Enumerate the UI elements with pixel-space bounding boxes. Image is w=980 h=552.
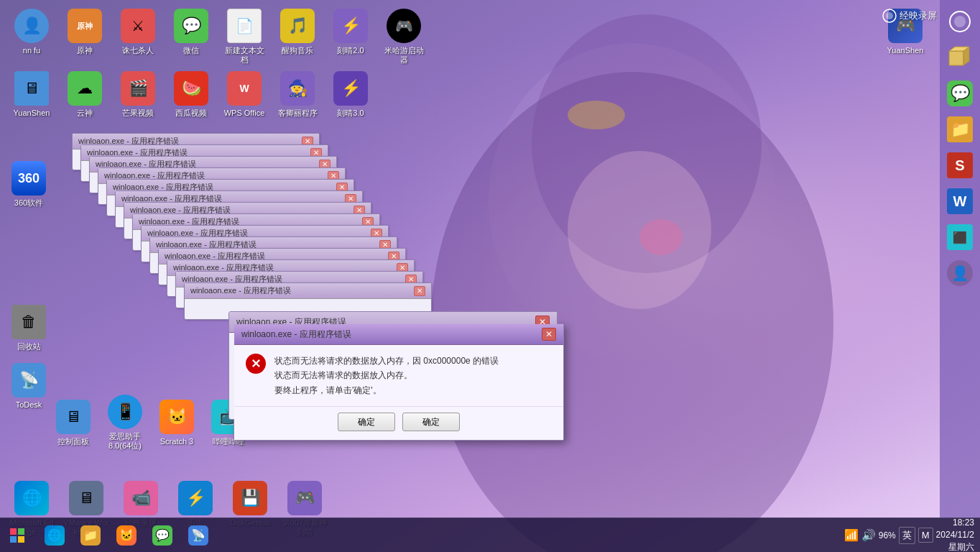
desktop-icon-360[interactable]: 360 360软件 [6, 158, 52, 211]
main-dialog-title: winloaon.exe - 应用程序错误 [241, 328, 351, 341]
desktop-icon-yunshen[interactable]: ☁ 云神 [59, 68, 111, 121]
screen-recorder-label: 经映录屏 [882, 9, 937, 23]
main-ok-button2[interactable]: 确定 [402, 413, 460, 431]
taskbar: 🌐 📁 🐱 💬 📡 📶 🔊 96% 英 [0, 518, 980, 552]
icon-label-keqing3: 刻晴3.0 [337, 109, 364, 118]
svg-rect-16 [18, 528, 24, 535]
icon-label-aisi: 爱思助手 8.0(64位) [105, 432, 145, 451]
right-sidebar: 💬 📁 S W ⬛ 👤 [940, 0, 980, 518]
main-ok-button[interactable]: 确定 [338, 413, 395, 431]
desktop-icon-recycle[interactable]: 🗑 回收站 [6, 302, 52, 354]
icon-label-xigua: 西瓜视频 [175, 109, 207, 118]
icon-label-yuanshen-tr: YuanShen [887, 46, 924, 55]
desktop-icon-mango[interactable]: 🎬 芒果视频 [112, 68, 164, 121]
main-error-line4: 要终止程序，请单击'确定'。 [274, 383, 499, 397]
taskbar-time[interactable]: 18:23 2024/11/2 星期六 [936, 517, 974, 552]
stacked-title-1: winloaon.exe - 应用程序错误 [190, 285, 291, 296]
icon-label-remote: YuanShen [14, 109, 50, 118]
desktop-icon-textdoc[interactable]: 📄 新建文本文档 [218, 6, 270, 68]
date-display: 2024/11/2 [936, 529, 974, 541]
desktop-icon-control[interactable]: 🖥 控制面板 [50, 397, 96, 449]
desktop-icon-scratch[interactable]: 🐱 Scratch 3 [154, 397, 200, 449]
icon-label-keqing2: 刻晴2.0 [337, 46, 364, 55]
icon-label-weixin: 微信 [183, 46, 199, 55]
taskbar-todesk[interactable]: 📡 [181, 521, 216, 550]
folder-sidebar-icon[interactable]: 📁 [944, 114, 976, 145]
desktop-icon-wps[interactable]: W WPS Office [218, 68, 270, 121]
icon-label-textdoc: 新建文本文档 [221, 46, 267, 65]
screen-rec-icon[interactable] [944, 6, 976, 37]
main-error-line2b: 状态而无法将请求的数据放入内存，因 0xc000000e 的错误 [274, 354, 499, 368]
desktop-icon-mihayou[interactable]: 🎮 米哈游启动器 [378, 6, 430, 68]
desktop-icon-todesk[interactable]: 📡 ToDesk [6, 360, 52, 413]
svg-point-9 [954, 16, 966, 27]
desktop-icon-aisi[interactable]: 📱 爱思助手 8.0(64位) [102, 392, 148, 454]
svg-rect-17 [10, 536, 17, 543]
weekday-display: 星期六 [936, 541, 974, 552]
icon-label-control: 控制面板 [57, 437, 89, 446]
taskbar-explorer[interactable]: 📁 [73, 521, 108, 550]
icon-label-wps: WPS Office [224, 109, 265, 118]
taskbar-apps: 🌐 📁 🐱 💬 📡 [34, 521, 838, 550]
taskbar-wechat[interactable]: 💬 [145, 521, 180, 550]
main-error-dialog[interactable]: winloaon.exe - 应用程序错误 ✕ ✕ 0x00C21FE5 指定引… [234, 323, 564, 441]
wechat-sidebar-icon[interactable]: 💬 [944, 78, 976, 109]
screen-recorder-text: 经映录屏 [900, 9, 937, 22]
svg-point-14 [886, 12, 893, 19]
icon-label-mihayou: 米哈游启动器 [381, 46, 427, 65]
icon-label-yunshen: 云神 [77, 109, 93, 118]
icon-label-scratch: Scratch 3 [160, 437, 193, 446]
icon-label-360: 360软件 [14, 198, 43, 208]
icon-label-todesk: ToDesk [16, 400, 42, 410]
desktop-icon-weixin[interactable]: 💬 微信 [165, 6, 217, 68]
desktop-icon-keqing2[interactable]: ⚡ 刻晴2.0 [325, 6, 376, 68]
main-error-line3b: 状态而无法将请求的数据放入内存。 [274, 368, 499, 382]
desktop-icon-remote[interactable]: 🖥 YuanShen [6, 68, 57, 121]
desktop-icon-zhuzhasaren[interactable]: ⚔ 诛七杀人 [112, 6, 164, 68]
icon-label-zhasaren: 诛七杀人 [122, 46, 154, 55]
taskbar-language[interactable]: 英 [899, 527, 915, 544]
svg-rect-15 [10, 528, 17, 535]
icon-label-music: 醒狗音乐 [282, 46, 313, 55]
error-dialog-stack: winloaon.exe - 应用程序错误 ✕ winloaon.exe - 应… [72, 133, 330, 334]
icon-label-yuanshen: 原神 [77, 46, 93, 55]
taskbar-start-button[interactable] [0, 518, 34, 553]
desktop: 👤 nn fu 原神 原神 ⚔ 诛七杀人 💬 微信 [0, 0, 980, 552]
cube-icon[interactable] [944, 42, 976, 73]
svg-rect-10 [949, 51, 963, 65]
desktop-icon-music[interactable]: 🎵 醒狗音乐 [272, 6, 323, 68]
taskbar-sound-icon[interactable]: 🔊 [861, 528, 876, 542]
main-close-button[interactable]: ✕ [542, 328, 556, 341]
desktop-icon-xigua[interactable]: 🍉 西瓜视频 [165, 68, 217, 121]
taskbar-scratch[interactable]: 🐱 [109, 521, 144, 550]
taskbar-edge[interactable]: 🌐 [37, 521, 72, 550]
desktop-icon-keqing3[interactable]: ⚡ 刻晴3.0 [325, 68, 376, 121]
desktop-icon-keqingli[interactable]: 🧙 客卿丽程序 [272, 68, 323, 121]
icon-label-keqingli: 客卿丽程序 [278, 109, 318, 118]
taskbar-battery: 96% [879, 530, 896, 540]
qr-sidebar-icon[interactable]: ⬛ [944, 221, 976, 253]
taskbar-network-icon[interactable]: 📶 [844, 528, 859, 542]
desktop-icon-nn-fu[interactable]: 👤 nn fu [6, 6, 57, 68]
error-icon-red: ✕ [246, 354, 266, 374]
icon-label-mango: 芒果视频 [122, 109, 154, 118]
icon-label-nn-fu: nn fu [23, 46, 40, 55]
icon-label-recycle: 回收站 [17, 342, 41, 351]
w-sidebar-icon[interactable]: W [944, 185, 976, 217]
taskbar-right-area: 📶 🔊 96% 英 M 18:23 2024/11/2 星期六 [838, 517, 980, 552]
avatar-sidebar-icon[interactable]: 👤 [944, 257, 976, 289]
svg-rect-18 [18, 536, 24, 543]
desktop-icon-yuanshen[interactable]: 原神 原神 [59, 6, 111, 68]
s-sidebar-icon[interactable]: S [944, 150, 976, 181]
taskbar-input-method[interactable]: M [918, 528, 933, 543]
time-display: 18:23 [936, 517, 974, 529]
